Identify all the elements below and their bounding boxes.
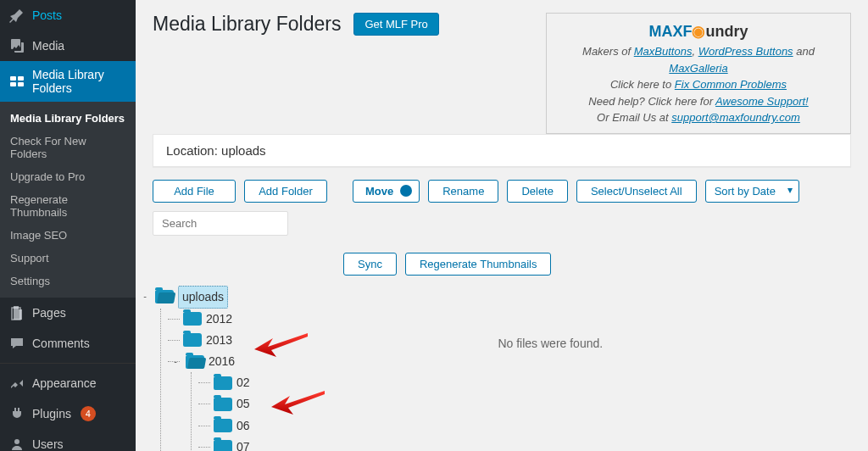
sidebar-label: Posts xyxy=(32,8,62,22)
main-content: MAXF◉undry Makers of MaxButtons, WordPre… xyxy=(136,0,868,451)
pages-icon xyxy=(8,304,25,321)
sidebar-item-mlf[interactable]: Media Library Folders xyxy=(0,61,136,102)
folder-open-icon xyxy=(155,290,174,303)
collapse-icon[interactable]: - xyxy=(171,354,180,370)
sidebar-label: Media xyxy=(32,39,64,53)
annotation-arrow-icon xyxy=(253,328,312,359)
sidebar-item-pages[interactable]: Pages xyxy=(0,298,136,328)
wp-admin-sidebar: Posts Media Media Library Folders Media … xyxy=(0,0,136,451)
sync-button[interactable]: Sync xyxy=(343,253,397,276)
media-icon xyxy=(8,37,25,54)
tree-item-06[interactable]: 06 xyxy=(214,415,250,437)
tree-item[interactable]: 05 xyxy=(214,393,250,415)
sidebar-label: Comments xyxy=(32,337,90,350)
sidebar-item-comments[interactable]: Comments xyxy=(0,328,136,359)
sidebar-label: Pages xyxy=(32,306,66,320)
comments-icon xyxy=(8,335,25,352)
folder-icon xyxy=(214,398,232,411)
sidebar-label: Users xyxy=(32,437,64,451)
add-folder-button[interactable]: Add Folder xyxy=(244,180,327,203)
mlf-icon xyxy=(8,73,25,90)
svg-rect-3 xyxy=(18,82,24,86)
update-badge: 4 xyxy=(81,406,96,421)
toolbar: Add File Add Folder Move Rename Delete S… xyxy=(153,180,851,276)
link-email[interactable]: support@maxfoundry.com xyxy=(671,111,800,124)
tree-root[interactable]: - uploads xyxy=(153,286,250,309)
svg-point-5 xyxy=(14,439,19,444)
sidebar-item-posts[interactable]: Posts xyxy=(0,0,136,31)
location-value: uploads xyxy=(221,143,266,158)
sort-select[interactable]: Sort by Date xyxy=(705,180,799,203)
collapse-icon[interactable]: - xyxy=(141,288,149,305)
maxfoundry-logo: MAXF◉undry xyxy=(557,20,840,43)
submenu-item-seo[interactable]: Image SEO xyxy=(0,224,136,247)
svg-rect-0 xyxy=(10,76,16,81)
plugins-icon xyxy=(8,405,25,422)
link-maxgalleria[interactable]: MaxGalleria xyxy=(669,62,727,75)
sidebar-label: Appearance xyxy=(32,376,97,390)
svg-rect-2 xyxy=(10,82,16,86)
move-toggle-button[interactable]: Move xyxy=(353,180,420,203)
link-maxbuttons[interactable]: MaxButtons xyxy=(634,45,693,58)
search-input[interactable] xyxy=(153,211,288,236)
submenu-item-settings[interactable]: Settings xyxy=(0,270,136,292)
submenu-item-check[interactable]: Check For New Folders xyxy=(0,130,136,165)
folder-icon xyxy=(214,419,232,432)
sidebar-label: Media Library Folders xyxy=(32,68,127,95)
folder-icon xyxy=(214,440,232,451)
rename-button[interactable]: Rename xyxy=(428,180,498,203)
file-area: No files were found. xyxy=(250,286,851,452)
tree-item[interactable]: 2012 xyxy=(183,309,250,330)
empty-state-text: No files were found. xyxy=(498,337,603,350)
tree-item-2016[interactable]: -2016 xyxy=(183,351,250,372)
bullseye-icon: ◉ xyxy=(692,20,705,43)
sidebar-submenu: Media Library Folders Check For New Fold… xyxy=(0,102,136,298)
svg-rect-1 xyxy=(18,76,24,81)
pin-icon xyxy=(8,7,25,24)
select-unselect-button[interactable]: Select/Unselect All xyxy=(576,180,697,203)
sidebar-item-plugins[interactable]: Plugins 4 xyxy=(0,398,136,429)
link-fixproblems[interactable]: Fix Common Problems xyxy=(675,78,787,91)
submenu-item-upgrade[interactable]: Upgrade to Pro xyxy=(0,165,136,188)
sidebar-item-users[interactable]: Users xyxy=(0,429,136,451)
tree-item[interactable]: 02 xyxy=(214,372,250,393)
add-file-button[interactable]: Add File xyxy=(153,180,236,203)
tree-item[interactable]: 07 xyxy=(214,437,250,451)
page-title: Media Library Folders xyxy=(153,13,341,36)
submenu-item-support[interactable]: Support xyxy=(0,247,136,270)
annotation-arrow-icon xyxy=(270,386,329,416)
sidebar-divider xyxy=(0,363,136,364)
link-awesomesupport[interactable]: Awesome Support! xyxy=(715,95,809,108)
folder-icon xyxy=(214,376,232,390)
info-panel: MAXF◉undry Makers of MaxButtons, WordPre… xyxy=(546,13,851,134)
tree-item[interactable]: 2013 xyxy=(183,330,250,351)
get-pro-button[interactable]: Get MLF Pro xyxy=(353,13,438,36)
link-wpbuttons[interactable]: WordPress Buttons xyxy=(698,45,793,58)
sidebar-label: Plugins xyxy=(32,407,71,420)
users-icon xyxy=(8,436,25,451)
toggle-dot-icon xyxy=(400,185,412,197)
delete-button[interactable]: Delete xyxy=(507,180,568,203)
tree-root-label: uploads xyxy=(178,286,228,309)
sidebar-item-media[interactable]: Media xyxy=(0,31,136,61)
folder-open-icon xyxy=(186,355,204,369)
folder-tree: - uploads 2012 2013 -2016 02 05 06 07 08… xyxy=(153,286,250,452)
folder-icon xyxy=(183,333,202,347)
sidebar-item-appearance[interactable]: Appearance xyxy=(0,368,136,398)
folder-icon xyxy=(183,312,202,326)
submenu-item-regen[interactable]: Regenerate Thumbnails xyxy=(0,188,136,224)
regenerate-thumbnails-button[interactable]: Regenerate Thumbnails xyxy=(405,253,552,276)
submenu-item-mlf[interactable]: Media Library Folders xyxy=(0,107,136,130)
location-bar: Location: uploads xyxy=(153,134,851,167)
appearance-icon xyxy=(8,375,25,392)
